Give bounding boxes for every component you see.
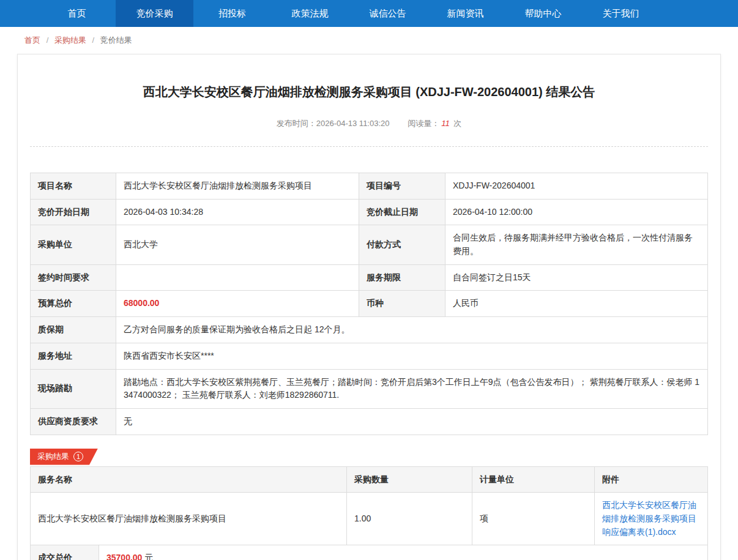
breadcrumb: 首页 / 采购结果 / 竞价结果 — [0, 27, 738, 53]
column-header-service-name: 服务名称 — [31, 466, 347, 493]
table-row: 采购单位 西北大学 付款方式 合同生效后，待服务期满并经甲方验收合格后，一次性付… — [31, 225, 708, 264]
breadcrumb-separator: / — [47, 35, 49, 45]
table-row: 签约时间要求 服务期限 自合同签订之日15天 — [31, 264, 708, 291]
breadcrumb-current: 竞价结果 — [100, 35, 132, 45]
views-count: 11 — [441, 119, 450, 128]
nav-item-tender[interactable]: 招投标 — [193, 0, 271, 27]
unit-cell: 项 — [472, 493, 595, 545]
deal-total-cell: 35700.00 元 — [99, 545, 708, 560]
deal-total-suffix: 元 — [144, 553, 153, 560]
table-row: 竞价开始日期 2026-04-03 10:34:28 竞价截止日期 2026-0… — [31, 199, 708, 225]
breadcrumb-section-link[interactable]: 采购结果 — [54, 35, 86, 45]
info-value: 2026-04-10 12:00:00 — [445, 199, 708, 225]
info-value: 自合同签订之日15天 — [445, 264, 708, 291]
dashed-divider — [30, 146, 708, 147]
table-row: 质保期 乙方对合同服务的质量保证期为验收合格后之日起 12个月。 — [31, 317, 708, 343]
service-name-cell: 西北大学长安校区餐厅油烟排放检测服务采购项目 — [31, 493, 347, 545]
nav-item-news[interactable]: 新闻资讯 — [427, 0, 504, 27]
publish-meta: 发布时间：2026-04-13 11:03:20 阅读量：11 次 — [30, 118, 708, 129]
info-value: 无 — [116, 408, 708, 435]
result-count-badge: 1 — [73, 452, 83, 461]
info-label: 现场踏勘 — [31, 369, 116, 408]
result-section-header: 采购结果 1 — [30, 449, 708, 465]
table-row: 项目名称 西北大学长安校区餐厅油烟排放检测服务采购项目 项目编号 XDJJ-FW… — [31, 173, 708, 200]
info-label: 质保期 — [31, 317, 116, 343]
info-value: 乙方对合同服务的质量保证期为验收合格后之日起 12个月。 — [116, 317, 708, 343]
top-navigation: 首页 竞价采购 招投标 政策法规 诚信公告 新闻资讯 帮助中心 关于我们 — [0, 0, 738, 27]
info-value — [116, 264, 359, 291]
info-value: 西北大学 — [116, 225, 359, 264]
views-label: 阅读量： — [408, 119, 439, 128]
info-value: XDJJ-FW-202604001 — [445, 173, 708, 200]
table-row: 服务地址 陕西省西安市长安区**** — [31, 343, 708, 369]
info-label: 竞价开始日期 — [31, 199, 116, 225]
table-row: 预算总价 68000.00 币种 人民币 — [31, 291, 708, 317]
views-suffix: 次 — [453, 119, 461, 128]
table-row: 供应商资质要求 无 — [31, 408, 708, 435]
info-label: 项目编号 — [359, 173, 445, 200]
info-value: 2026-04-03 10:34:28 — [116, 199, 359, 225]
purchase-result-table: 服务名称 采购数量 计量单位 附件 西北大学长安校区餐厅油烟排放检测服务采购项目… — [30, 466, 708, 546]
nav-item-help-center[interactable]: 帮助中心 — [504, 0, 582, 27]
nav-item-policy[interactable]: 政策法规 — [271, 0, 349, 27]
project-info-table: 项目名称 西北大学长安校区餐厅油烟排放检测服务采购项目 项目编号 XDJJ-FW… — [30, 173, 708, 435]
table-header-row: 服务名称 采购数量 计量单位 附件 — [31, 466, 708, 493]
nav-item-bidding-purchase[interactable]: 竞价采购 — [116, 0, 193, 27]
table-row: 西北大学长安校区餐厅油烟排放检测服务采购项目 1.00 项 西北大学长安校区餐厅… — [31, 493, 708, 545]
info-label: 签约时间要求 — [31, 264, 116, 291]
announcement-card: 西北大学长安校区餐厅油烟排放检测服务采购项目 (XDJJ-FW-20260400… — [17, 54, 721, 560]
page-title: 西北大学长安校区餐厅油烟排放检测服务采购项目 (XDJJ-FW-20260400… — [67, 83, 671, 101]
info-value: 西北大学长安校区餐厅油烟排放检测服务采购项目 — [116, 173, 359, 200]
attachment-link[interactable]: 西北大学长安校区餐厅油烟排放检测服务采购项目响应偏离表(1).docx — [602, 500, 696, 536]
nav-item-about-us[interactable]: 关于我们 — [582, 0, 660, 27]
table-row: 现场踏勘 踏勘地点：西北大学长安校区紫荆苑餐厅、玉兰苑餐厅；踏勘时间：竞价开启后… — [31, 369, 708, 408]
info-label: 币种 — [359, 291, 445, 317]
info-label: 服务期限 — [359, 264, 445, 291]
publish-time-label: 发布时间： — [277, 119, 316, 128]
table-row: 成交总价 35700.00 元 — [31, 545, 708, 560]
column-header-unit: 计量单位 — [472, 466, 595, 493]
result-ribbon: 采购结果 1 — [30, 449, 98, 465]
publish-time-value: 2026-04-13 11:03:20 — [316, 119, 390, 128]
deal-total-label: 成交总价 — [31, 545, 99, 560]
info-label: 供应商资质要求 — [31, 408, 116, 435]
info-label: 采购单位 — [31, 225, 116, 264]
info-value: 踏勘地点：西北大学长安校区紫荆苑餐厅、玉兰苑餐厅；踏勘时间：竞价开启后第3个工作… — [116, 369, 708, 408]
info-label: 竞价截止日期 — [359, 199, 445, 225]
attachment-cell: 西北大学长安校区餐厅油烟排放检测服务采购项目响应偏离表(1).docx — [595, 493, 708, 545]
result-ribbon-label: 采购结果 — [37, 451, 69, 462]
info-label: 服务地址 — [31, 343, 116, 369]
deal-total-value: 35700.00 — [106, 553, 142, 560]
info-value: 合同生效后，待服务期满并经甲方验收合格后，一次性付清服务费用。 — [445, 225, 708, 264]
column-header-attachment: 附件 — [595, 466, 708, 493]
info-value: 陕西省西安市长安区**** — [116, 343, 708, 369]
breadcrumb-separator: / — [92, 35, 95, 45]
deal-summary-table: 成交总价 35700.00 元 成交供应商 西安青澄日盛检测科技有限公司 质保及… — [30, 545, 708, 560]
info-label: 项目名称 — [31, 173, 116, 200]
breadcrumb-home-link[interactable]: 首页 — [24, 35, 40, 45]
column-header-quantity: 采购数量 — [347, 466, 472, 493]
info-label: 付款方式 — [359, 225, 445, 264]
budget-total-value: 68000.00 — [116, 291, 359, 317]
nav-item-integrity-notice[interactable]: 诚信公告 — [349, 0, 427, 27]
info-label: 预算总价 — [31, 291, 116, 317]
quantity-cell: 1.00 — [347, 493, 472, 545]
nav-item-home[interactable]: 首页 — [38, 0, 116, 27]
info-value: 人民币 — [445, 291, 708, 317]
